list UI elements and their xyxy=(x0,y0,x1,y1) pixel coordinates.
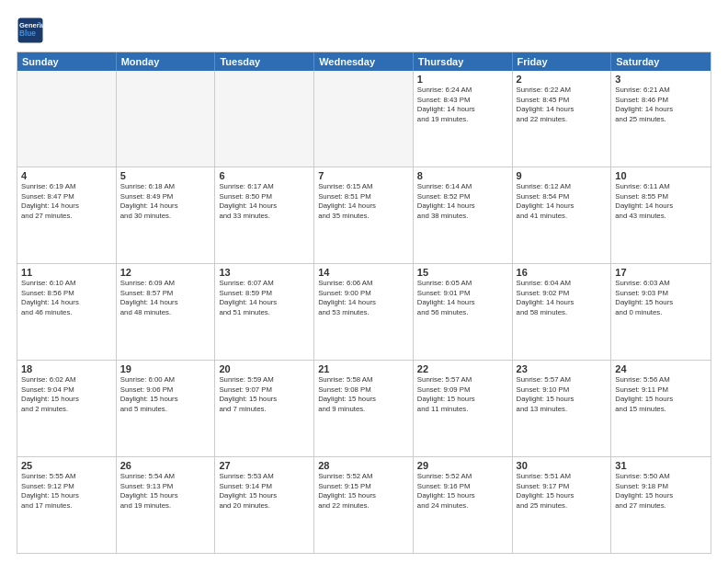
day-number: 17 xyxy=(615,267,707,278)
day-info: Sunrise: 6:24 AM Sunset: 8:43 PM Dayligh… xyxy=(417,86,508,124)
day-number: 8 xyxy=(417,170,508,181)
svg-text:Blue: Blue xyxy=(19,29,36,38)
empty-cell xyxy=(314,71,414,167)
header-day-thursday: Thursday xyxy=(414,52,513,71)
calendar-week-4: 18Sunrise: 6:02 AM Sunset: 9:04 PM Dayli… xyxy=(17,360,711,456)
day-number: 7 xyxy=(318,170,409,181)
day-cell-12: 12Sunrise: 6:09 AM Sunset: 8:57 PM Dayli… xyxy=(117,264,216,360)
day-cell-22: 22Sunrise: 5:57 AM Sunset: 9:09 PM Dayli… xyxy=(414,361,513,456)
logo: General Blue xyxy=(17,17,48,44)
calendar-week-5: 25Sunrise: 5:55 AM Sunset: 9:12 PM Dayli… xyxy=(17,456,711,553)
day-cell-4: 4Sunrise: 6:19 AM Sunset: 8:47 PM Daylig… xyxy=(17,167,117,263)
header-day-sunday: Sunday xyxy=(17,52,117,71)
day-info: Sunrise: 6:22 AM Sunset: 8:45 PM Dayligh… xyxy=(517,86,608,124)
day-number: 15 xyxy=(417,267,508,278)
day-info: Sunrise: 6:21 AM Sunset: 8:46 PM Dayligh… xyxy=(615,86,707,124)
day-number: 3 xyxy=(615,74,707,85)
day-number: 30 xyxy=(517,460,608,471)
day-number: 14 xyxy=(318,267,409,278)
day-info: Sunrise: 5:52 AM Sunset: 9:16 PM Dayligh… xyxy=(417,472,508,511)
day-cell-1: 1Sunrise: 6:24 AM Sunset: 8:43 PM Daylig… xyxy=(414,71,513,167)
day-number: 27 xyxy=(219,460,310,471)
day-cell-2: 2Sunrise: 6:22 AM Sunset: 8:45 PM Daylig… xyxy=(513,71,612,167)
day-number: 1 xyxy=(417,74,508,85)
header-day-tuesday: Tuesday xyxy=(215,52,314,71)
header: General Blue xyxy=(17,17,711,44)
day-cell-17: 17Sunrise: 6:03 AM Sunset: 9:03 PM Dayli… xyxy=(611,264,711,360)
logo-icon: General Blue xyxy=(17,17,44,44)
day-number: 25 xyxy=(21,460,112,471)
day-cell-14: 14Sunrise: 6:06 AM Sunset: 9:00 PM Dayli… xyxy=(314,264,414,360)
header-day-saturday: Saturday xyxy=(611,52,711,71)
day-cell-11: 11Sunrise: 6:10 AM Sunset: 8:56 PM Dayli… xyxy=(17,264,117,360)
day-info: Sunrise: 6:11 AM Sunset: 8:55 PM Dayligh… xyxy=(615,182,707,221)
day-number: 11 xyxy=(21,267,112,278)
day-cell-3: 3Sunrise: 6:21 AM Sunset: 8:46 PM Daylig… xyxy=(611,71,711,167)
day-info: Sunrise: 6:19 AM Sunset: 8:47 PM Dayligh… xyxy=(21,182,112,221)
day-info: Sunrise: 6:04 AM Sunset: 9:02 PM Dayligh… xyxy=(517,279,608,317)
day-info: Sunrise: 6:06 AM Sunset: 9:00 PM Dayligh… xyxy=(318,279,409,317)
day-cell-21: 21Sunrise: 5:58 AM Sunset: 9:08 PM Dayli… xyxy=(314,361,414,456)
header-day-wednesday: Wednesday xyxy=(314,52,414,71)
day-number: 26 xyxy=(120,460,211,471)
day-number: 18 xyxy=(21,363,112,374)
day-number: 12 xyxy=(120,267,211,278)
day-number: 22 xyxy=(417,363,508,374)
day-info: Sunrise: 6:15 AM Sunset: 8:51 PM Dayligh… xyxy=(318,182,409,221)
day-number: 16 xyxy=(517,267,608,278)
day-number: 31 xyxy=(615,460,707,471)
day-info: Sunrise: 6:09 AM Sunset: 8:57 PM Dayligh… xyxy=(120,279,211,317)
day-cell-29: 29Sunrise: 5:52 AM Sunset: 9:16 PM Dayli… xyxy=(414,457,513,553)
day-cell-31: 31Sunrise: 5:50 AM Sunset: 9:18 PM Dayli… xyxy=(611,457,711,553)
empty-cell xyxy=(215,71,314,167)
day-number: 6 xyxy=(219,170,310,181)
day-info: Sunrise: 6:05 AM Sunset: 9:01 PM Dayligh… xyxy=(417,279,508,317)
day-info: Sunrise: 6:07 AM Sunset: 8:59 PM Dayligh… xyxy=(219,279,310,317)
day-cell-25: 25Sunrise: 5:55 AM Sunset: 9:12 PM Dayli… xyxy=(17,457,117,553)
day-info: Sunrise: 6:00 AM Sunset: 9:06 PM Dayligh… xyxy=(120,375,211,414)
day-info: Sunrise: 6:02 AM Sunset: 9:04 PM Dayligh… xyxy=(21,375,112,414)
day-cell-26: 26Sunrise: 5:54 AM Sunset: 9:13 PM Dayli… xyxy=(117,457,216,553)
day-number: 10 xyxy=(615,170,707,181)
day-info: Sunrise: 5:55 AM Sunset: 9:12 PM Dayligh… xyxy=(21,472,112,511)
day-number: 9 xyxy=(517,170,608,181)
day-cell-5: 5Sunrise: 6:18 AM Sunset: 8:49 PM Daylig… xyxy=(117,167,216,263)
calendar: SundayMondayTuesdayWednesdayThursdayFrid… xyxy=(17,52,711,554)
empty-cell xyxy=(117,71,216,167)
day-cell-9: 9Sunrise: 6:12 AM Sunset: 8:54 PM Daylig… xyxy=(513,167,612,263)
day-cell-18: 18Sunrise: 6:02 AM Sunset: 9:04 PM Dayli… xyxy=(17,361,117,456)
calendar-body: 1Sunrise: 6:24 AM Sunset: 8:43 PM Daylig… xyxy=(17,71,711,553)
day-info: Sunrise: 5:54 AM Sunset: 9:13 PM Dayligh… xyxy=(120,472,211,511)
day-info: Sunrise: 5:56 AM Sunset: 9:11 PM Dayligh… xyxy=(615,375,707,414)
day-info: Sunrise: 6:14 AM Sunset: 8:52 PM Dayligh… xyxy=(417,182,508,221)
day-cell-16: 16Sunrise: 6:04 AM Sunset: 9:02 PM Dayli… xyxy=(513,264,612,360)
day-number: 28 xyxy=(318,460,409,471)
day-cell-20: 20Sunrise: 5:59 AM Sunset: 9:07 PM Dayli… xyxy=(215,361,314,456)
day-number: 5 xyxy=(120,170,211,181)
day-number: 23 xyxy=(517,363,608,374)
svg-text:General: General xyxy=(19,21,44,29)
day-number: 29 xyxy=(417,460,508,471)
calendar-week-3: 11Sunrise: 6:10 AM Sunset: 8:56 PM Dayli… xyxy=(17,263,711,360)
day-info: Sunrise: 6:17 AM Sunset: 8:50 PM Dayligh… xyxy=(219,182,310,221)
day-info: Sunrise: 6:12 AM Sunset: 8:54 PM Dayligh… xyxy=(517,182,608,221)
day-cell-28: 28Sunrise: 5:52 AM Sunset: 9:15 PM Dayli… xyxy=(314,457,414,553)
day-info: Sunrise: 5:57 AM Sunset: 9:10 PM Dayligh… xyxy=(517,375,608,414)
day-info: Sunrise: 5:51 AM Sunset: 9:17 PM Dayligh… xyxy=(517,472,608,511)
day-number: 19 xyxy=(120,363,211,374)
day-number: 21 xyxy=(318,363,409,374)
day-cell-8: 8Sunrise: 6:14 AM Sunset: 8:52 PM Daylig… xyxy=(414,167,513,263)
day-cell-7: 7Sunrise: 6:15 AM Sunset: 8:51 PM Daylig… xyxy=(314,167,414,263)
day-cell-15: 15Sunrise: 6:05 AM Sunset: 9:01 PM Dayli… xyxy=(414,264,513,360)
day-info: Sunrise: 5:50 AM Sunset: 9:18 PM Dayligh… xyxy=(615,472,707,511)
day-cell-23: 23Sunrise: 5:57 AM Sunset: 9:10 PM Dayli… xyxy=(513,361,612,456)
day-number: 20 xyxy=(219,363,310,374)
calendar-header-row: SundayMondayTuesdayWednesdayThursdayFrid… xyxy=(17,52,711,71)
day-cell-13: 13Sunrise: 6:07 AM Sunset: 8:59 PM Dayli… xyxy=(215,264,314,360)
day-info: Sunrise: 6:03 AM Sunset: 9:03 PM Dayligh… xyxy=(615,279,707,317)
day-info: Sunrise: 6:10 AM Sunset: 8:56 PM Dayligh… xyxy=(21,279,112,317)
day-info: Sunrise: 5:52 AM Sunset: 9:15 PM Dayligh… xyxy=(318,472,409,511)
calendar-week-1: 1Sunrise: 6:24 AM Sunset: 8:43 PM Daylig… xyxy=(17,71,711,167)
day-cell-6: 6Sunrise: 6:17 AM Sunset: 8:50 PM Daylig… xyxy=(215,167,314,263)
day-number: 4 xyxy=(21,170,112,181)
